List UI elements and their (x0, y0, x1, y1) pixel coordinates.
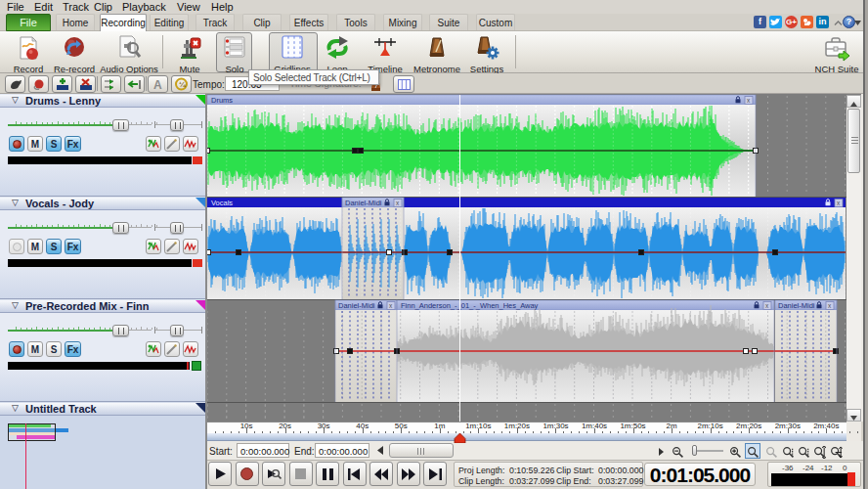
svg-text:Finn_Anderson_-_01_-_When_Hes_: Finn_Anderson_-_01_-_When_Hes_Away (401, 301, 539, 310)
svg-text:Daniel-Midi: Daniel-Midi (338, 301, 375, 310)
svg-text:A: A (153, 78, 162, 91)
svg-text:Vocals: Vocals (211, 199, 233, 207)
svg-text:Drums: Drums (211, 96, 233, 105)
svg-text:Daniel-Midi: Daniel-Midi (345, 199, 382, 207)
svg-text:Daniel-Midi: Daniel-Midi (778, 301, 815, 310)
